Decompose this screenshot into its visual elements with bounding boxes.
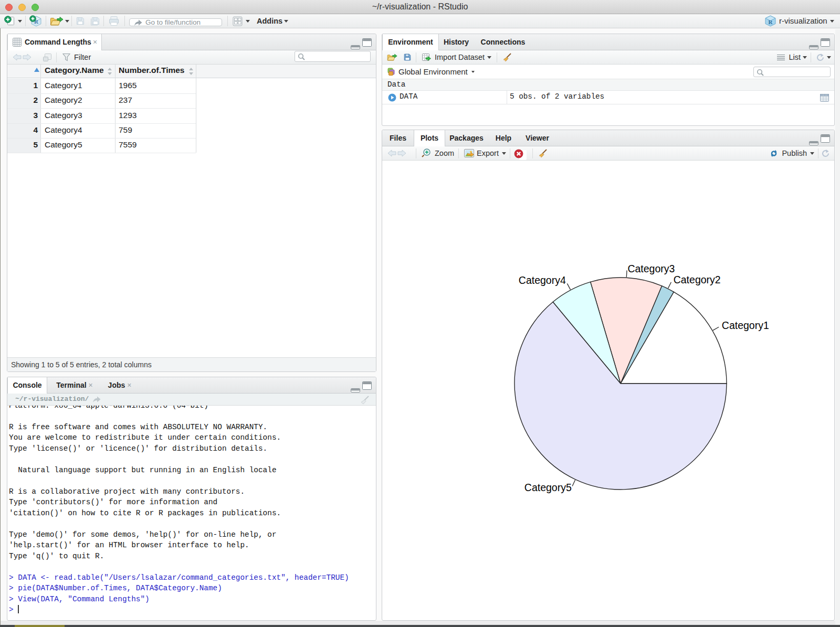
svg-text:Category2: Category2 (674, 274, 721, 285)
svg-text:Category5: Category5 (524, 482, 572, 493)
svg-text:Category4: Category4 (519, 274, 566, 286)
svg-text:Category1: Category1 (722, 320, 769, 331)
svg-text:R: R (769, 19, 773, 25)
svg-text:Category3: Category3 (627, 263, 675, 274)
